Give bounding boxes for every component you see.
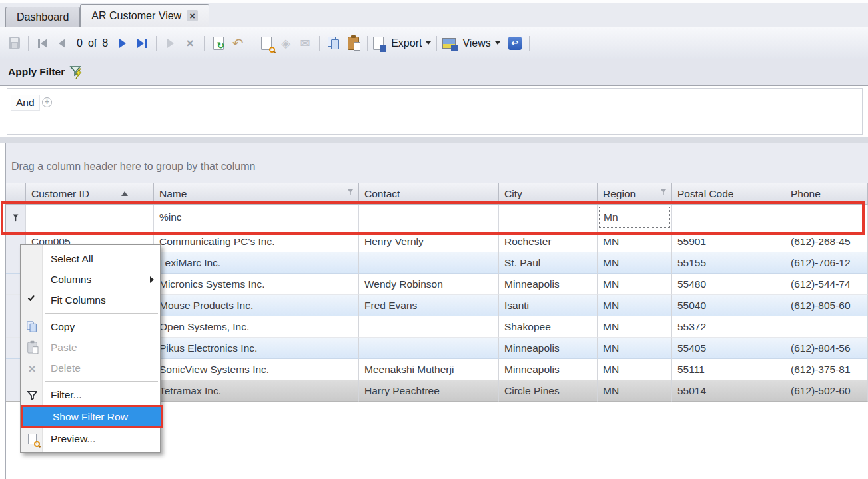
first-record-button[interactable] bbox=[34, 35, 51, 52]
group-by-panel[interactable]: Drag a column header here to group by th… bbox=[6, 143, 868, 183]
column-header-postal-code[interactable]: Postal Code bbox=[672, 183, 785, 204]
cell-phone[interactable]: (612)-544-74 bbox=[785, 274, 868, 295]
cell-postal-code[interactable]: 55155 bbox=[672, 252, 785, 274]
copy-button[interactable] bbox=[325, 35, 342, 52]
paste-button[interactable] bbox=[344, 35, 362, 52]
cell-phone[interactable] bbox=[785, 316, 868, 338]
next-record-button[interactable] bbox=[114, 35, 131, 52]
cell-postal-code[interactable]: 55480 bbox=[672, 274, 785, 295]
cell-postal-code[interactable]: 55014 bbox=[672, 380, 785, 402]
views-dropdown-icon[interactable] bbox=[495, 41, 500, 45]
goto-button[interactable]: ◈ bbox=[277, 35, 294, 52]
column-filter-icon[interactable] bbox=[346, 188, 354, 196]
cell-postal-code[interactable]: 55901 bbox=[672, 231, 785, 252]
cell-name[interactable]: Pikus Electronics Inc. bbox=[154, 338, 359, 359]
cell-phone[interactable]: (612)-804-56 bbox=[785, 338, 868, 359]
cell-contact[interactable]: Meenakshi Mutherji bbox=[359, 359, 499, 380]
cell-region[interactable]: MN bbox=[598, 295, 672, 316]
cell-name[interactable]: Communicating PC's Inc. bbox=[154, 231, 359, 252]
cell-phone[interactable]: (612)-268-45 bbox=[785, 231, 868, 252]
refresh-button[interactable]: ↻ bbox=[210, 35, 227, 52]
cell-city[interactable]: Isanti bbox=[499, 295, 598, 316]
cell-contact[interactable] bbox=[359, 252, 499, 274]
cell-phone[interactable]: (612)-375-81 bbox=[785, 359, 868, 380]
filter-cell-city[interactable] bbox=[499, 205, 598, 231]
filter-cell-customer-id[interactable] bbox=[26, 205, 154, 231]
menu-item-delete[interactable]: × Delete bbox=[21, 358, 160, 378]
cell-contact[interactable]: Wendy Robinson bbox=[359, 274, 499, 295]
cell-contact[interactable]: Harry Peachtree bbox=[359, 380, 499, 402]
menu-item-paste[interactable]: Paste bbox=[21, 337, 160, 358]
menu-item-preview[interactable]: Preview... bbox=[21, 428, 160, 449]
column-header-contact[interactable]: Contact bbox=[359, 183, 499, 204]
cell-phone[interactable]: (612)-706-12 bbox=[785, 252, 868, 274]
cell-phone[interactable]: (612)-502-60 bbox=[785, 380, 868, 402]
add-record-button[interactable] bbox=[162, 35, 179, 52]
cell-name[interactable]: SonicView Systems Inc. bbox=[154, 359, 359, 380]
save-button[interactable] bbox=[5, 35, 23, 52]
cell-postal-code[interactable]: 55372 bbox=[672, 316, 785, 338]
menu-item-filter[interactable]: Filter... bbox=[21, 384, 160, 405]
cell-region[interactable]: MN bbox=[598, 231, 672, 252]
menu-item-show-filter-row[interactable]: Show Filter Row bbox=[23, 407, 161, 426]
cell-region[interactable]: MN bbox=[598, 274, 672, 295]
cell-name[interactable]: Mouse Products Inc. bbox=[154, 295, 359, 316]
cell-city[interactable]: Minneapolis bbox=[499, 274, 598, 295]
tab-close-icon[interactable]: × bbox=[187, 10, 198, 21]
column-header-customer-id[interactable]: Customer ID bbox=[26, 183, 154, 204]
cell-postal-code[interactable]: 55111 bbox=[672, 359, 785, 380]
cell-name[interactable]: Tetramax Inc. bbox=[154, 380, 359, 402]
cell-postal-code[interactable]: 55405 bbox=[672, 338, 785, 359]
cell-city[interactable]: Shakopee bbox=[499, 316, 598, 338]
filter-operator-button[interactable]: And bbox=[11, 95, 40, 111]
filter-region-editor[interactable]: Mn bbox=[599, 207, 670, 228]
delete-record-button[interactable]: × bbox=[181, 35, 199, 52]
cell-contact[interactable]: Henry Vernly bbox=[359, 231, 499, 252]
add-condition-icon[interactable]: + bbox=[42, 97, 52, 107]
cell-region[interactable]: MN bbox=[598, 316, 672, 338]
filter-cell-name[interactable]: %inc bbox=[154, 205, 359, 231]
previous-record-button[interactable] bbox=[53, 35, 71, 52]
filter-cell-postal-code[interactable] bbox=[672, 205, 785, 231]
cell-contact[interactable] bbox=[359, 316, 499, 338]
cell-city[interactable]: Minneapolis bbox=[499, 338, 598, 359]
last-record-button[interactable] bbox=[133, 35, 151, 52]
cell-postal-code[interactable]: 55040 bbox=[672, 295, 785, 316]
column-header-city[interactable]: City bbox=[499, 183, 598, 204]
export-button[interactable]: Export bbox=[373, 35, 431, 52]
cell-city[interactable]: Minneapolis bbox=[499, 359, 598, 380]
undo-button[interactable]: ↶ bbox=[229, 35, 246, 52]
tab-dashboard[interactable]: Dashboard bbox=[5, 7, 80, 27]
menu-item-select-all[interactable]: Select All bbox=[21, 248, 160, 269]
cell-name[interactable]: Micronics Systems Inc. bbox=[154, 274, 359, 295]
cell-contact[interactable] bbox=[359, 338, 499, 359]
tab-ar-customer-view[interactable]: AR Customer View × bbox=[80, 4, 209, 27]
cell-region[interactable]: MN bbox=[598, 338, 672, 359]
cell-region[interactable]: MN bbox=[598, 252, 672, 274]
cell-region[interactable]: MN bbox=[598, 380, 672, 402]
menu-item-columns[interactable]: Columns bbox=[21, 269, 160, 290]
views-button[interactable]: Views bbox=[442, 35, 500, 52]
column-header-phone[interactable]: Phone bbox=[785, 183, 868, 204]
cell-name[interactable]: Open Systems, Inc. bbox=[154, 316, 359, 338]
cell-name[interactable]: LexiMarc Inc. bbox=[154, 252, 359, 274]
menu-item-fit-columns[interactable]: Fit Columns bbox=[21, 290, 160, 310]
column-header-region[interactable]: Region bbox=[598, 183, 672, 204]
cell-city[interactable]: St. Paul bbox=[499, 252, 598, 274]
filter-cell-region[interactable]: Mn bbox=[598, 205, 672, 231]
apply-filter-label[interactable]: Apply Filter bbox=[8, 66, 65, 78]
print-preview-button[interactable] bbox=[258, 35, 275, 52]
cell-phone[interactable]: (612)-805-60 bbox=[785, 295, 868, 316]
column-header-name[interactable]: Name bbox=[154, 183, 359, 204]
back-button[interactable]: ↩ bbox=[506, 35, 524, 52]
filter-cell-phone[interactable] bbox=[785, 205, 868, 231]
filter-cell-contact[interactable] bbox=[359, 205, 499, 231]
cell-contact[interactable]: Fred Evans bbox=[359, 295, 499, 316]
email-button[interactable]: ✉ bbox=[296, 35, 314, 52]
export-dropdown-icon[interactable] bbox=[426, 41, 431, 45]
cell-city[interactable]: Rochester bbox=[499, 231, 598, 252]
menu-item-copy[interactable]: Copy bbox=[21, 316, 160, 337]
cell-city[interactable]: Circle Pines bbox=[499, 380, 598, 402]
cell-region[interactable]: MN bbox=[598, 359, 672, 380]
column-filter-icon[interactable] bbox=[659, 188, 667, 196]
